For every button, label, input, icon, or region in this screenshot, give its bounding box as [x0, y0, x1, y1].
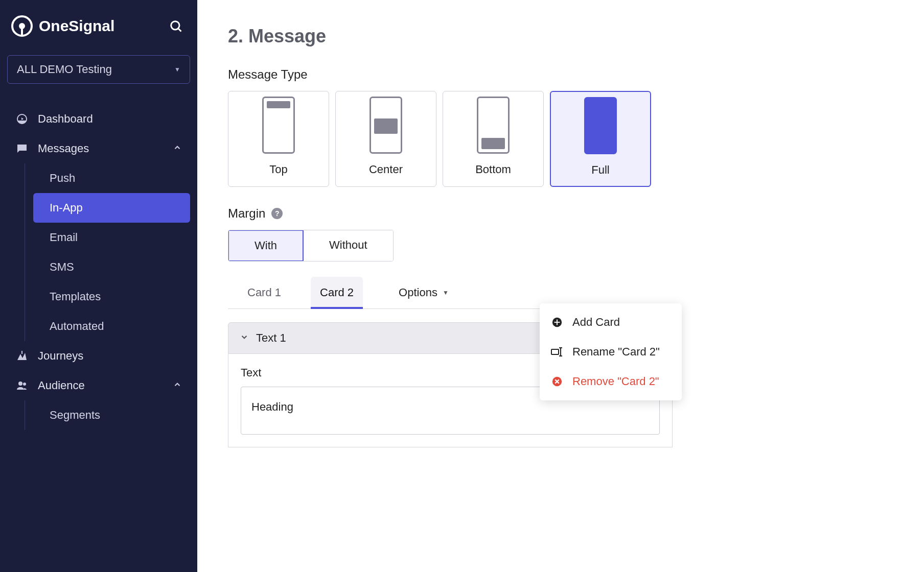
margin-label-text: Margin: [228, 206, 265, 221]
svg-point-3: [171, 21, 179, 30]
type-label-bottom: Bottom: [475, 163, 511, 176]
sidebar-label-journeys: Journeys: [38, 349, 182, 363]
sidebar-label-audience: Audience: [38, 379, 164, 392]
section-title: 2. Message: [228, 26, 924, 47]
remove-circle-icon: [551, 375, 563, 388]
brand-logo[interactable]: OneSignal: [11, 15, 114, 37]
messages-sub-items: Push In-App Email SMS Templates Automate…: [25, 163, 197, 341]
sidebar-item-journeys[interactable]: Journeys: [0, 341, 197, 371]
block-title: Text 1: [256, 331, 286, 345]
sidebar-label-messages: Messages: [38, 142, 164, 155]
message-type-options: Top Center Bottom Full: [228, 91, 924, 187]
phone-preview-full: [584, 97, 617, 154]
sidebar-item-messages[interactable]: Messages: [0, 134, 197, 163]
message-type-bottom[interactable]: Bottom: [443, 91, 544, 187]
sidebar: OneSignal ALL DEMO Testing ▼ Dashboard M…: [0, 0, 197, 572]
sidebar-item-sms[interactable]: SMS: [33, 252, 190, 282]
svg-rect-14: [551, 349, 559, 354]
svg-rect-5: [21, 351, 22, 354]
dropdown-add-label: Add Card: [572, 316, 620, 329]
margin-toggle: With Without: [228, 230, 394, 261]
main-content: 2. Message Message Type Top Center Botto…: [197, 0, 924, 572]
dropdown-add-card[interactable]: Add Card: [540, 307, 682, 337]
caret-down-icon: ▼: [443, 289, 449, 296]
search-icon[interactable]: [169, 19, 183, 33]
phone-bar: [374, 118, 398, 134]
margin-without-button[interactable]: Without: [303, 230, 393, 261]
audience-icon: [15, 379, 29, 392]
sidebar-label-dashboard: Dashboard: [38, 112, 182, 126]
phone-preview-top: [262, 97, 295, 154]
app-switcher[interactable]: ALL DEMO Testing ▼: [7, 55, 190, 84]
audience-sub-items: Segments: [25, 400, 197, 430]
brand-name: OneSignal: [39, 17, 114, 35]
sidebar-header: OneSignal: [0, 15, 197, 37]
sidebar-item-in-app[interactable]: In-App: [33, 193, 190, 223]
plus-circle-icon: [551, 316, 563, 328]
sidebar-item-automated[interactable]: Automated: [33, 312, 190, 341]
dropdown-rename-card[interactable]: Rename "Card 2": [540, 337, 682, 367]
message-type-center[interactable]: Center: [335, 91, 436, 187]
dropdown-remove-card[interactable]: Remove "Card 2": [540, 367, 682, 396]
chevron-up-icon: [173, 142, 182, 155]
phone-preview-bottom: [477, 97, 510, 154]
caret-down-icon: ▼: [174, 66, 180, 73]
chevron-up-icon: [173, 379, 182, 392]
margin-label: Margin ?: [228, 206, 924, 221]
tab-options[interactable]: Options ▼: [399, 286, 449, 299]
svg-line-4: [178, 29, 181, 32]
chevron-down-icon: [240, 331, 249, 345]
svg-rect-2: [21, 26, 23, 35]
dropdown-rename-label: Rename "Card 2": [572, 345, 660, 359]
type-label-center: Center: [369, 163, 403, 176]
type-label-top: Top: [269, 163, 287, 176]
sidebar-item-dashboard[interactable]: Dashboard: [0, 104, 197, 134]
block-header-left: Text 1: [240, 331, 286, 345]
help-icon[interactable]: ?: [271, 208, 283, 219]
message-type-label: Message Type: [228, 67, 924, 82]
message-type-top[interactable]: Top: [228, 91, 329, 187]
sidebar-item-push[interactable]: Push: [33, 163, 190, 193]
type-label-full: Full: [591, 163, 609, 177]
app-switcher-label: ALL DEMO Testing: [17, 63, 112, 76]
journeys-icon: [15, 349, 29, 363]
messages-icon: [15, 142, 29, 155]
dropdown-remove-label: Remove "Card 2": [572, 375, 659, 388]
rename-icon: [551, 346, 563, 358]
message-type-full[interactable]: Full: [550, 91, 651, 187]
phone-bar: [481, 138, 505, 149]
svg-point-6: [18, 382, 22, 386]
phone-preview-center: [369, 97, 402, 154]
margin-with-button[interactable]: With: [228, 230, 304, 261]
tab-card-2[interactable]: Card 2: [311, 277, 363, 308]
svg-point-7: [23, 383, 26, 386]
tab-card-1[interactable]: Card 1: [238, 277, 290, 308]
sidebar-item-segments[interactable]: Segments: [33, 400, 190, 430]
phone-bar: [267, 101, 290, 108]
options-label: Options: [399, 286, 437, 299]
sidebar-item-audience[interactable]: Audience: [0, 371, 197, 400]
dashboard-icon: [15, 112, 29, 126]
options-dropdown: Add Card Rename "Card 2" Re: [540, 303, 682, 400]
sidebar-item-templates[interactable]: Templates: [33, 282, 190, 312]
sidebar-item-email[interactable]: Email: [33, 223, 190, 252]
svg-rect-13: [555, 322, 560, 323]
onesignal-logo-icon: [11, 15, 33, 37]
